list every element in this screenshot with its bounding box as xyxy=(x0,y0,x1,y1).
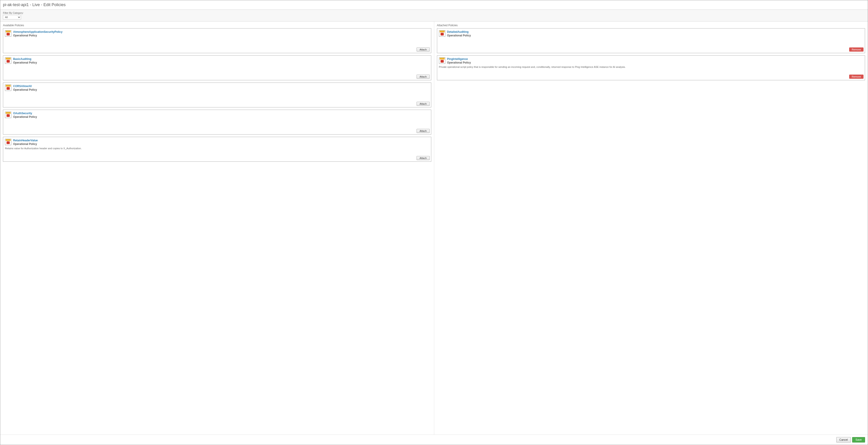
policy-info: DetailedAuditing Operational Policy xyxy=(447,30,863,37)
cancel-button[interactable]: Cancel xyxy=(836,437,850,443)
attach-button[interactable]: Attach xyxy=(416,75,430,79)
policy-head: OAuthSecurity Operational Policy xyxy=(5,112,429,118)
policy-name-link[interactable]: AtmosphereApplicationSecurityPolicy xyxy=(13,30,429,33)
policy-name-link[interactable]: CORSAllowAll xyxy=(13,84,429,88)
filter-category-select[interactable]: All xyxy=(3,15,21,20)
policy-card: CORSAllowAll Operational Policy Attach xyxy=(3,82,431,107)
policy-icon xyxy=(5,139,11,145)
footer-actions: Cancel Save xyxy=(0,435,868,445)
policy-head: BasicAuditing Operational Policy xyxy=(5,58,429,64)
policy-type-label: Operational Policy xyxy=(13,88,429,91)
attach-button[interactable]: Attach xyxy=(416,102,430,106)
policy-name-link[interactable]: DetailedAuditing xyxy=(447,30,863,33)
page-header: pi-ak-test-api1 - Live - Edit Policies xyxy=(0,0,868,10)
attached-policies-title: Attached Policies xyxy=(437,24,865,27)
available-policies-title: Available Policies xyxy=(3,24,431,27)
card-action: Attach xyxy=(416,75,430,79)
policy-icon xyxy=(439,58,445,64)
save-button[interactable]: Save xyxy=(852,437,865,443)
policy-card: OAuthSecurity Operational Policy Attach xyxy=(3,110,431,135)
policy-info: AtmosphereApplicationSecurityPolicy Oper… xyxy=(13,30,429,37)
attach-button[interactable]: Attach xyxy=(416,129,430,133)
policy-name-link[interactable]: OAuthSecurity xyxy=(13,112,429,115)
policy-card: BasicAuditing Operational Policy Attach xyxy=(3,56,431,80)
policy-icon xyxy=(5,58,11,64)
policy-type-label: Operational Policy xyxy=(13,34,429,37)
policy-icon xyxy=(5,112,11,118)
attached-policies-column: Attached Policies DetailedAuditing Opera… xyxy=(434,22,868,435)
policy-info: RetainHeaderValue Operational Policy xyxy=(13,139,429,146)
filter-label: Filter By Category: xyxy=(3,11,865,14)
card-action: Attach xyxy=(416,156,430,160)
card-action: Attach xyxy=(416,129,430,133)
policy-type-label: Operational Policy xyxy=(13,61,429,64)
policy-head: DetailedAuditing Operational Policy xyxy=(439,30,863,37)
policy-type-label: Operational Policy xyxy=(447,61,863,64)
policy-info: PingIntelligence Operational Policy xyxy=(447,58,863,64)
policy-name-link[interactable]: RetainHeaderValue xyxy=(13,139,429,142)
policy-info: BasicAuditing Operational Policy xyxy=(13,58,429,64)
policy-head: CORSAllowAll Operational Policy xyxy=(5,84,429,91)
remove-button[interactable]: Remove xyxy=(849,47,864,52)
policy-type-label: Operational Policy xyxy=(13,142,429,146)
policy-info: CORSAllowAll Operational Policy xyxy=(13,84,429,91)
page-title: pi-ak-test-api1 - Live - Edit Policies xyxy=(3,2,865,7)
policy-description: Retains value for Authorization header a… xyxy=(5,147,429,150)
policy-head: RetainHeaderValue Operational Policy xyxy=(5,139,429,146)
policy-type-label: Operational Policy xyxy=(447,34,863,37)
filter-bar: Filter By Category: All xyxy=(0,10,868,22)
policy-card: PingIntelligence Operational Policy Priv… xyxy=(437,56,865,80)
policy-name-link[interactable]: PingIntelligence xyxy=(447,58,863,61)
card-action: Attach xyxy=(416,102,430,106)
policy-type-label: Operational Policy xyxy=(13,115,429,118)
attach-button[interactable]: Attach xyxy=(416,156,430,160)
attach-button[interactable]: Attach xyxy=(416,47,430,52)
policy-card: AtmosphereApplicationSecurityPolicy Oper… xyxy=(3,28,431,53)
policy-card: DetailedAuditing Operational Policy Remo… xyxy=(437,28,865,53)
card-action: Attach xyxy=(416,47,430,52)
policy-icon xyxy=(5,84,11,91)
policy-info: OAuthSecurity Operational Policy xyxy=(13,112,429,118)
policy-description: Private operational script policy that i… xyxy=(439,66,863,68)
policy-card: RetainHeaderValue Operational Policy Ret… xyxy=(3,137,431,162)
policy-icon xyxy=(439,30,445,37)
available-policies-column: Available Policies AtmosphereApplication… xyxy=(0,22,434,435)
card-action: Remove xyxy=(849,75,864,79)
policy-name-link[interactable]: BasicAuditing xyxy=(13,58,429,61)
policy-head: AtmosphereApplicationSecurityPolicy Oper… xyxy=(5,30,429,37)
main-content: Available Policies AtmosphereApplication… xyxy=(0,22,868,435)
card-action: Remove xyxy=(849,47,864,52)
policy-head: PingIntelligence Operational Policy xyxy=(439,58,863,64)
policy-icon xyxy=(5,30,11,37)
remove-button[interactable]: Remove xyxy=(849,75,864,79)
